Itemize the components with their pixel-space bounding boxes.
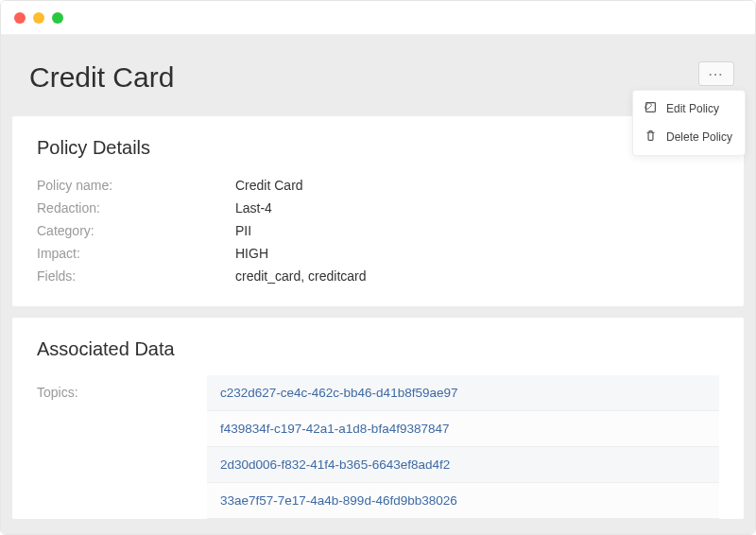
detail-value: PII [235,223,251,238]
trash-icon [644,129,657,145]
window-minimize-button[interactable] [33,12,44,24]
content-area: Policy Details Policy name:Credit CardRe… [1,116,755,534]
detail-value: Credit Card [235,178,303,193]
page-title: Credit Card [29,61,727,94]
policy-details-title: Policy Details [37,137,719,159]
page-header: Credit Card ⋯ Edit Policy Delete Policy [1,35,755,116]
window-maximize-button[interactable] [52,12,63,24]
policy-details-list: Policy name:Credit CardRedaction:Last-4C… [37,174,719,287]
detail-label: Redaction: [37,200,235,216]
detail-row: Category:PII [37,219,719,242]
detail-value: HIGH [235,246,268,261]
topic-link[interactable]: 2d30d006-f832-41f4-b365-6643ef8ad4f2 [207,447,719,483]
detail-label: Impact: [37,246,235,261]
edit-policy-menu-item[interactable]: Edit Policy [633,95,745,123]
detail-value: Last-4 [235,200,272,216]
actions-dropdown: Edit Policy Delete Policy [632,90,746,156]
more-icon: ⋯ [708,65,725,83]
topics-list: c232d627-ce4c-462c-bb46-d41b8f59ae97f439… [207,375,719,519]
edit-icon [644,101,657,116]
topic-link[interactable]: f439834f-c197-42a1-a1d8-bfa4f9387847 [207,411,719,447]
associated-data-title: Associated Data [37,338,719,360]
associated-data-card: Associated Data Topics: c232d627-ce4c-46… [12,318,744,519]
window-close-button[interactable] [14,12,26,24]
window-titlebar [1,1,755,35]
detail-label: Policy name: [37,178,235,193]
detail-row: Fields:credit_card, creditcard [37,265,719,287]
topic-link[interactable]: 33ae7f57-7e17-4a4b-899d-46fd9bb38026 [207,483,719,519]
detail-row: Policy name:Credit Card [37,174,719,197]
application-window: Credit Card ⋯ Edit Policy Delete Policy … [0,0,756,535]
topics-label: Topics: [37,375,207,519]
detail-label: Fields: [37,268,235,284]
detail-row: Redaction:Last-4 [37,197,719,219]
delete-policy-label: Delete Policy [666,130,732,144]
detail-value: credit_card, creditcard [235,268,367,284]
edit-policy-label: Edit Policy [666,102,719,115]
detail-row: Impact:HIGH [37,242,719,265]
topic-link[interactable]: c232d627-ce4c-462c-bb46-d41b8f59ae97 [207,375,719,411]
delete-policy-menu-item[interactable]: Delete Policy [633,123,745,151]
more-actions-button[interactable]: ⋯ [698,61,734,86]
detail-label: Category: [37,223,235,238]
topics-section: Topics: c232d627-ce4c-462c-bb46-d41b8f59… [37,375,719,519]
